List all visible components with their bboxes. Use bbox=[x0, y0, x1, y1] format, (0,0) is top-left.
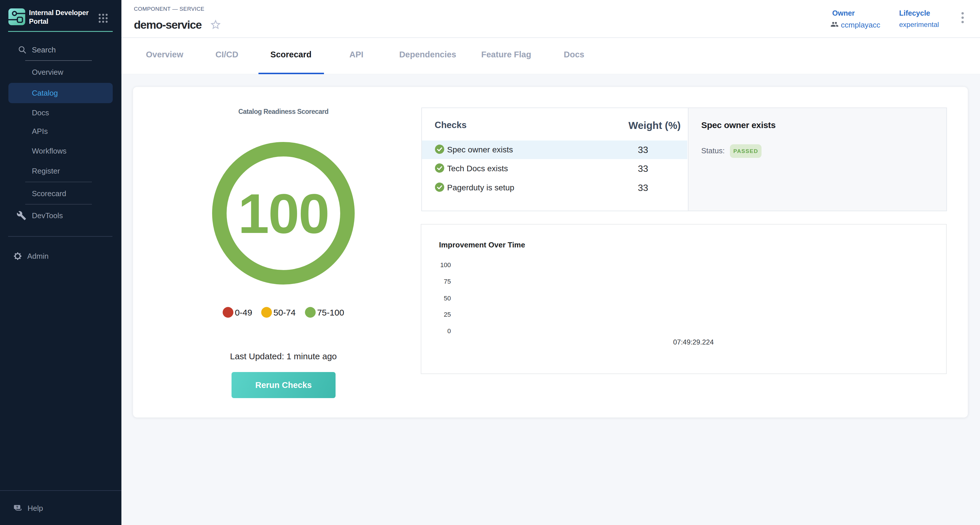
svg-text:?: ? bbox=[16, 505, 18, 509]
